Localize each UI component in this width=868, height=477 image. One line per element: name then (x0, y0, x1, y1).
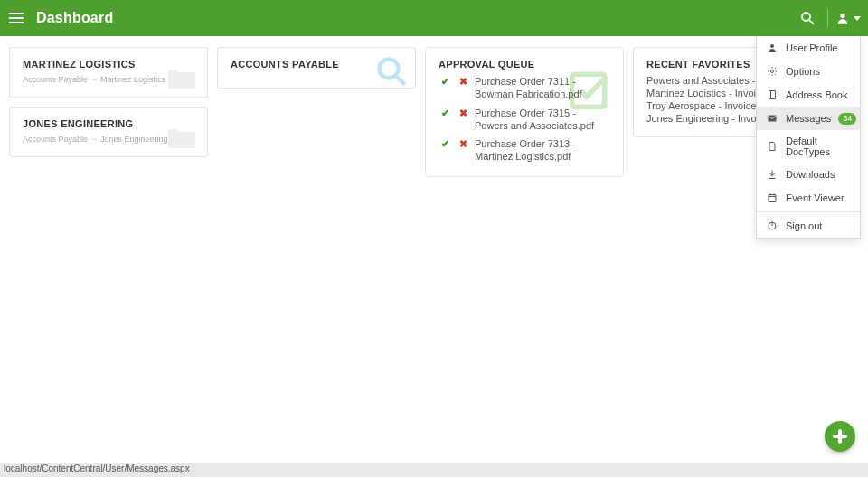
menu-label: Downloads (786, 169, 835, 180)
folder-icon (165, 64, 198, 91)
svg-point-6 (770, 44, 774, 48)
status-bar: localhost/ContentCentral/User/Messages.a… (0, 463, 868, 477)
approval-row: ✔ ✖ Purchase Order 7315 - Powers and Ass… (439, 107, 610, 133)
folder-icon (165, 124, 198, 151)
card-jones-engineering[interactable]: JONES ENGINEERING Accounts Payable → Jon… (9, 107, 208, 157)
reject-icon[interactable]: ✖ (457, 75, 469, 88)
book-icon (766, 89, 778, 101)
download-icon (766, 168, 778, 181)
card-martinez-logistics[interactable]: MARTINEZ LOGISTICS Accounts Payable → Ma… (9, 47, 208, 98)
svg-point-7 (771, 70, 774, 73)
approval-item-label[interactable]: Purchase Order 7315 - Powers and Associa… (475, 107, 610, 133)
reject-icon[interactable]: ✖ (457, 107, 469, 119)
menu-label: User Profile (786, 42, 837, 53)
dashboard-cards: MARTINEZ LOGISTICS Accounts Payable → Ma… (0, 36, 868, 188)
approve-icon[interactable]: ✔ (439, 137, 451, 150)
svg-line-4 (397, 77, 405, 85)
person-icon (835, 11, 850, 25)
document-icon (766, 140, 778, 153)
topbar-right (788, 0, 868, 36)
svg-line-1 (809, 20, 814, 24)
menu-user-profile[interactable]: User Profile (757, 36, 860, 60)
envelope-icon (766, 112, 778, 125)
menu-sign-out[interactable]: Sign out (757, 214, 860, 238)
approval-item-label[interactable]: Purchase Order 7311 - Bowman Fabrication… (475, 75, 610, 101)
menu-label: Default DocTypes (786, 136, 851, 157)
menu-label: Sign out (786, 220, 822, 231)
menu-options[interactable]: Options (757, 60, 860, 83)
menu-messages[interactable]: Messages 34 (757, 107, 860, 130)
approval-item-label[interactable]: Purchase Order 7313 - Martinez Logistics… (475, 137, 610, 164)
power-icon (766, 220, 778, 232)
card-approval-queue: APPROVAL QUEUE ✔ ✖ Purchase Order 7311 -… (425, 47, 624, 177)
messages-badge: 34 (838, 113, 856, 125)
search-button[interactable] (788, 0, 827, 36)
svg-point-2 (840, 14, 844, 18)
svg-rect-11 (769, 195, 776, 202)
reject-icon[interactable]: ✖ (457, 137, 469, 150)
svg-point-3 (380, 60, 399, 79)
add-button[interactable] (825, 421, 855, 452)
user-menu-button[interactable] (828, 0, 868, 36)
search-icon (375, 55, 408, 88)
menu-event-viewer[interactable]: Event Viewer (757, 186, 860, 210)
approval-row: ✔ ✖ Purchase Order 7311 - Bowman Fabrica… (439, 75, 610, 101)
menu-address-book[interactable]: Address Book (757, 83, 860, 107)
menu-label: Event Viewer (786, 192, 844, 203)
gear-icon (766, 65, 778, 78)
calendar-icon (766, 192, 778, 204)
menu-downloads[interactable]: Downloads (757, 163, 860, 186)
menu-label: Address Book (786, 89, 847, 100)
top-bar: Dashboard (0, 0, 868, 36)
svg-rect-8 (769, 91, 776, 99)
menu-icon[interactable] (0, 0, 33, 36)
card-accounts-payable[interactable]: ACCOUNTS PAYABLE (217, 47, 416, 89)
approve-icon[interactable]: ✔ (439, 107, 451, 119)
approve-icon[interactable]: ✔ (439, 75, 451, 88)
search-icon (799, 10, 816, 26)
svg-rect-10 (769, 116, 777, 122)
approval-list: ✔ ✖ Purchase Order 7311 - Bowman Fabrica… (439, 75, 610, 164)
menu-label: Options (786, 66, 820, 77)
approval-row: ✔ ✖ Purchase Order 7313 - Martinez Logis… (439, 137, 610, 164)
page-title: Dashboard (36, 10, 113, 26)
menu-label: Messages (786, 113, 831, 124)
menu-separator (757, 211, 860, 212)
chevron-down-icon (854, 16, 861, 21)
user-dropdown-menu: User Profile Options Address Book Messag… (756, 36, 861, 238)
svg-point-0 (802, 13, 810, 21)
person-icon (766, 42, 778, 54)
menu-default-doctypes[interactable]: Default DocTypes (757, 130, 860, 163)
